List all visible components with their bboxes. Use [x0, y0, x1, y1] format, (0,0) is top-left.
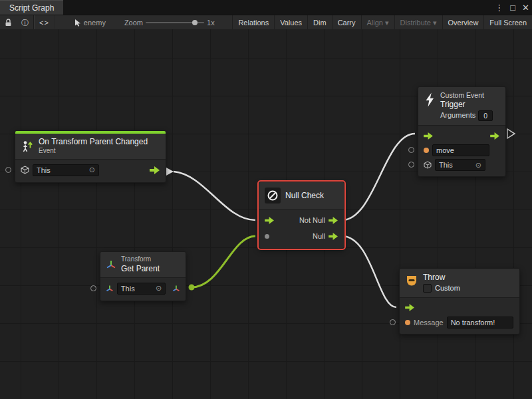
- code-view-button[interactable]: <>: [35, 15, 54, 30]
- relations-button[interactable]: Relations: [232, 15, 274, 30]
- node-get-parent[interactable]: Transform Get Parent This ⊙: [100, 251, 186, 301]
- wire-getparent-to-nullcheck[interactable]: [192, 236, 255, 287]
- distribute-button[interactable]: Distribute ▾: [394, 15, 442, 30]
- maximize-icon[interactable]: □: [510, 3, 515, 13]
- script-graph-window: Script Graph ⋮ □ ✕ ⓘ <> enemy: [0, 0, 532, 399]
- target-object-picker[interactable]: This ⊙: [435, 159, 485, 171]
- object-picker-icon[interactable]: ⊙: [475, 161, 481, 170]
- flow-output-arrow-icon[interactable]: [150, 166, 160, 174]
- node-title: Trigger: [440, 100, 493, 110]
- target-value: This: [121, 285, 135, 293]
- chevron-down-icon: ▾: [433, 19, 437, 27]
- node-header[interactable]: Throw Custom: [400, 269, 519, 298]
- message-field[interactable]: No transform!: [447, 317, 513, 329]
- zoom-slider[interactable]: [146, 15, 204, 30]
- carry-label: Carry: [338, 19, 356, 27]
- target-object-picker[interactable]: This ⊙: [33, 164, 99, 176]
- target-value: This: [37, 166, 51, 174]
- node-category: Transform: [121, 255, 160, 264]
- values-label: Values: [280, 19, 302, 27]
- lock-icon: [5, 19, 12, 27]
- flow-output-arrow-icon[interactable]: [329, 217, 338, 224]
- event-name-field[interactable]: move: [432, 144, 489, 156]
- input-port-circle[interactable]: [408, 162, 414, 168]
- node-title: Throw: [423, 273, 460, 283]
- port-row-not-null: Not Null: [259, 212, 344, 228]
- node-category: Custom Event: [440, 91, 493, 100]
- string-port[interactable]: [424, 148, 429, 153]
- lock-button[interactable]: [0, 15, 17, 30]
- node-on-transform-parent-changed[interactable]: On Transform Parent Changed Event This ⊙: [15, 130, 166, 183]
- node-trigger-custom-event[interactable]: Custom Event Trigger Arguments 0: [418, 86, 506, 177]
- flow-input-arrow-icon[interactable]: [424, 132, 434, 140]
- message-label: Message: [414, 319, 444, 327]
- zoom-control: Zoom 1x: [120, 15, 219, 30]
- node-header[interactable]: Custom Event Trigger Arguments 0: [418, 87, 505, 126]
- port-row-target: This ⊙: [418, 158, 505, 172]
- zoom-label: Zoom: [124, 19, 143, 27]
- input-port-circle[interactable]: [408, 147, 414, 153]
- overview-label: Overview: [448, 19, 479, 27]
- gameobject-cube-icon: [424, 161, 432, 169]
- port-row-message: Message No transform!: [400, 315, 519, 330]
- node-throw[interactable]: Throw Custom Message: [399, 268, 520, 334]
- wire-start-cap: [166, 168, 174, 176]
- fullscreen-button[interactable]: Full Screen: [483, 15, 532, 30]
- zoom-slider-knob[interactable]: [192, 20, 198, 25]
- transform-output-port-icon[interactable]: [172, 285, 180, 293]
- close-icon[interactable]: ✕: [522, 3, 529, 13]
- port-row-target: This ⊙: [100, 281, 186, 297]
- gameobject-cube-icon: [21, 166, 29, 174]
- flow-input-arrow-icon[interactable]: [265, 217, 275, 224]
- zoom-value: 1x: [207, 19, 215, 27]
- arguments-count-field[interactable]: 0: [478, 110, 493, 121]
- tab-script-graph[interactable]: Script Graph: [0, 0, 63, 15]
- string-port[interactable]: [405, 320, 410, 325]
- message-value: No transform!: [451, 319, 495, 327]
- node-subtitle: Event: [39, 147, 148, 156]
- dim-button[interactable]: Dim: [307, 15, 332, 30]
- chevron-down-icon: ▾: [385, 19, 389, 27]
- input-port-circle[interactable]: [390, 319, 396, 325]
- object-picker-icon[interactable]: ⊙: [156, 284, 162, 293]
- tab-bar: Script Graph ⋮ □ ✕: [0, 0, 532, 15]
- event-name-value: move: [436, 146, 454, 154]
- node-null-check[interactable]: Null Check Not Null Null: [259, 182, 344, 249]
- graph-name-label: enemy: [84, 19, 106, 27]
- port-row-flow: [400, 301, 519, 315]
- flow-output-arrow-icon[interactable]: [490, 132, 500, 140]
- info-icon: ⓘ: [21, 18, 29, 28]
- port-row-null: Null: [259, 228, 344, 244]
- input-port-circle[interactable]: [5, 167, 11, 173]
- info-button[interactable]: ⓘ: [17, 15, 33, 30]
- node-header[interactable]: Null Check: [259, 182, 344, 209]
- input-port-circle[interactable]: [90, 285, 96, 291]
- target-value: This: [439, 161, 453, 169]
- custom-checkbox-label: Custom: [435, 284, 460, 293]
- port-row-flow: [418, 128, 505, 143]
- graph-canvas[interactable]: On Transform Parent Changed Event This ⊙: [0, 29, 532, 399]
- value-input-port[interactable]: [265, 234, 269, 239]
- arguments-label: Arguments: [440, 111, 475, 120]
- values-button[interactable]: Values: [274, 15, 307, 30]
- object-picker-icon[interactable]: ⊙: [89, 166, 95, 174]
- node-header[interactable]: Transform Get Parent: [100, 252, 186, 278]
- continuation-port-icon[interactable]: [507, 129, 515, 138]
- wire-notnull-to-customevent[interactable]: [342, 134, 415, 220]
- graph-toolbar: ⓘ <> enemy Zoom 1x Relations Values Dim …: [0, 15, 532, 31]
- transform-icon: [106, 259, 116, 270]
- carry-button[interactable]: Carry: [332, 15, 361, 30]
- port-row-target: This ⊙: [15, 162, 166, 178]
- wire-null-to-throw[interactable]: [342, 236, 396, 307]
- align-button[interactable]: Align ▾: [361, 15, 394, 30]
- node-header[interactable]: On Transform Parent Changed Event: [15, 134, 166, 160]
- flow-input-arrow-icon[interactable]: [405, 304, 415, 311]
- target-object-picker[interactable]: This ⊙: [117, 283, 166, 295]
- toolbar-separator: [54, 15, 55, 30]
- overview-button[interactable]: Overview: [442, 15, 484, 30]
- custom-checkbox[interactable]: [423, 284, 432, 293]
- flow-output-arrow-icon[interactable]: [329, 233, 338, 240]
- kebab-menu-icon[interactable]: ⋮: [495, 3, 503, 13]
- graph-name: enemy: [70, 15, 110, 30]
- wire-event-to-nullcheck[interactable]: [174, 172, 255, 220]
